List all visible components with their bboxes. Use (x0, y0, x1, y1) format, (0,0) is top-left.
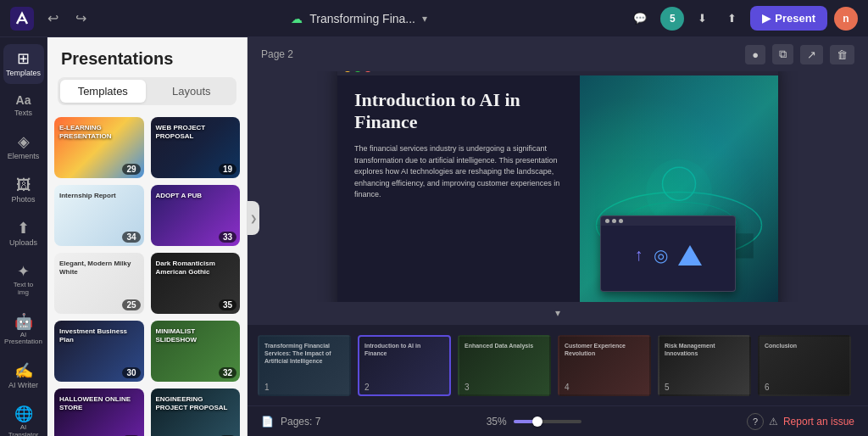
strip-thumb-6[interactable]: Conclusion 6 (758, 335, 851, 396)
report-issue-link[interactable]: Report an issue (783, 416, 854, 428)
download-button[interactable]: ⬇ (691, 7, 714, 30)
sidebar-item-templates[interactable]: ⊞ Templates (3, 44, 44, 84)
template-label-7: Investment Business Plan (59, 327, 139, 344)
sidebar-item-ai-translator[interactable]: 🌐 AI Translator (3, 400, 44, 436)
templates-icon: ⊞ (17, 51, 30, 66)
template-label-1: E-LEARNING PRESENTATION (59, 124, 139, 140)
canvas-circle-btn[interactable]: ● (745, 45, 765, 64)
user-menu-button[interactable]: n (834, 7, 858, 31)
strip-thumb-1[interactable]: Transforming Financial Services: The Imp… (258, 335, 351, 396)
template-card-3[interactable]: Internship Report 34 (54, 185, 144, 246)
zoom-percent: 35% (487, 416, 507, 428)
sidebar-item-ai-presentation[interactable]: 🤖 AI Presentation (3, 307, 44, 354)
template-badge-2: 19 (219, 164, 236, 175)
elements-icon: ◈ (18, 134, 30, 149)
strip-thumb-3[interactable]: Enhanced Data Analysis 3 (458, 335, 551, 396)
topbar-center: ☁ Transforming Fina... ▾ (291, 12, 427, 25)
doc-title[interactable]: Transforming Fina... (309, 12, 415, 25)
sidebar-item-label-photos: Photos (11, 195, 35, 204)
sidebar-item-label-text-to-img: Text to img (8, 282, 39, 297)
pages-count: Pages: 7 (281, 416, 320, 428)
tab-layouts[interactable]: Layouts (149, 80, 235, 103)
canvas-main[interactable]: Introduction to AI in Finance The financ… (248, 71, 868, 302)
sidebar-item-ai-writer[interactable]: ✍ AI Writer (3, 356, 44, 396)
help-icon: ? (753, 416, 758, 427)
title-dropdown-icon[interactable]: ▾ (422, 13, 427, 25)
tab-templates[interactable]: Templates (60, 80, 146, 103)
svg-point-4 (663, 167, 696, 200)
popup-dot-1 (605, 219, 609, 223)
slide-left: Introduction to AI in Finance The financ… (337, 75, 580, 303)
canvas-area: Page 2 ● ⧉ ↗ 🗑 Introduction to AI in Fin… (248, 37, 868, 436)
sidebar-item-label-ai-presentation: AI Presentation (4, 332, 42, 347)
template-label-8: MINIMALIST SLIDESHOW (156, 327, 236, 344)
warning-icon: ⚠ (769, 416, 778, 428)
canvas-delete-btn[interactable]: 🗑 (830, 45, 854, 64)
win-close-btn (364, 71, 371, 72)
template-card-6[interactable]: Dark Romanticism American Gothic 35 (151, 253, 241, 314)
strip-label-6: Conclusion (765, 342, 844, 349)
sidebar-item-elements[interactable]: ◈ Elements (3, 127, 44, 167)
sidebar-item-uploads[interactable]: ⬆ Uploads (3, 214, 44, 254)
ai-presentation-icon: 🤖 (14, 314, 33, 329)
canvas-export-btn[interactable]: ↗ (800, 45, 823, 64)
zoom-thumb[interactable] (532, 416, 542, 427)
template-label-10: ENGINEERING PROJECT PROPOSAL (156, 395, 236, 411)
template-badge-7: 30 (122, 367, 140, 378)
topbar-nav: ↩ ↪ (42, 7, 92, 30)
template-card-5[interactable]: Elegant, Modern Milky White 25 (54, 253, 144, 314)
help-button[interactable]: ? (747, 413, 764, 430)
slide-strip: Transforming Financial Services: The Imp… (248, 324, 868, 405)
share-button[interactable]: ⬆ (721, 7, 743, 30)
template-card-4[interactable]: ADOPT A PUB 33 (151, 185, 241, 246)
template-card-1[interactable]: E-LEARNING PRESENTATION 29 (54, 117, 144, 178)
main-content: ⊞ Templates Aa Texts ◈ Elements 🖼 Photos… (0, 37, 868, 436)
sidebar-item-texts[interactable]: Aa Texts (3, 87, 44, 124)
svg-rect-0 (10, 7, 34, 31)
strip-thumb-2[interactable]: Introduction to AI in Finance 2 (358, 335, 451, 396)
slide-title: Introduction to AI in Finance (354, 89, 563, 134)
strip-label-5: Risk Management Innovations (665, 342, 744, 357)
left-panel: Presentations Templates Layouts E-LEARNI… (47, 37, 248, 436)
undo-button[interactable]: ↩ (42, 7, 64, 30)
slide-body: The financial services industry is under… (354, 143, 563, 201)
panel-title: Presentations (47, 37, 247, 77)
strip-num-6: 6 (765, 383, 770, 392)
collaborator-avatar[interactable]: 5 (660, 7, 684, 31)
template-card-8[interactable]: MINIMALIST SLIDESHOW 32 (151, 321, 241, 382)
text-to-img-icon: ✦ (17, 264, 30, 279)
strip-num-3: 3 (465, 383, 470, 392)
strip-thumb-4[interactable]: Customer Experience Revolution 4 (558, 335, 651, 396)
template-label-5: Elegant, Modern Milky White (59, 260, 139, 276)
present-button[interactable]: ▶ Present (750, 6, 827, 31)
strip-num-2: 2 (364, 383, 370, 392)
expand-strip-button[interactable]: ▾ (248, 302, 868, 324)
template-card-9[interactable]: HALLOWEEN ONLINE STORE 16 (54, 388, 144, 436)
strip-label-4: Customer Experience Revolution (565, 342, 644, 357)
template-label-6: Dark Romanticism American Gothic (156, 260, 236, 276)
sidebar-item-label-texts: Texts (14, 109, 32, 117)
template-label-4: ADOPT A PUB (156, 192, 236, 200)
template-card-2[interactable]: WEB PROJECT PROPOSAL 19 (151, 117, 241, 178)
template-card-10[interactable]: ENGINEERING PROJECT PROPOSAL 25 (151, 388, 241, 436)
page-indicator: Page 2 (261, 48, 293, 60)
template-badge-6: 35 (219, 299, 236, 310)
chat-button[interactable]: 💬 (626, 7, 654, 30)
redo-button[interactable]: ↪ (70, 7, 92, 30)
popup-bar (601, 216, 735, 226)
sidebar-item-text-to-img[interactable]: ✦ Text to img (3, 257, 44, 304)
strip-num-5: 5 (665, 383, 670, 392)
topbar-right: 💬 5 ⬇ ⬆ ▶ Present n (626, 6, 858, 31)
sidebar-item-label-ai-translator: AI Translator (8, 424, 39, 436)
strip-thumb-5[interactable]: Risk Management Innovations 5 (658, 335, 751, 396)
sidebar: ⊞ Templates Aa Texts ◈ Elements 🖼 Photos… (0, 37, 47, 436)
zoom-slider[interactable] (514, 420, 581, 423)
logo-icon[interactable] (10, 7, 34, 31)
template-badge-3: 34 (122, 232, 140, 243)
template-card-7[interactable]: Investment Business Plan 30 (54, 321, 144, 382)
cloud-icon: ☁ (291, 12, 303, 25)
popup-dot-3 (619, 219, 623, 223)
panel-toggle-button[interactable]: ❯ (248, 201, 259, 235)
canvas-copy-btn[interactable]: ⧉ (772, 44, 793, 64)
sidebar-item-photos[interactable]: 🖼 Photos (3, 170, 44, 210)
